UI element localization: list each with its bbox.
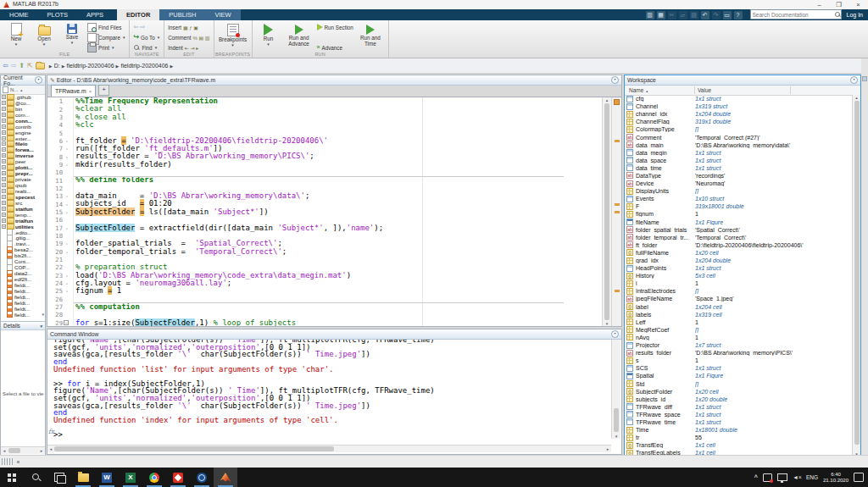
breadcrumb-item[interactable]: fieldtrip-20200406 [67,63,114,69]
list-item[interactable]: fieldt... [1,312,45,318]
table-row[interactable]: abDataType'recordings' [625,172,852,180]
table-row[interactable]: DisplayUnits[] [625,187,852,195]
expand-icon[interactable]: + [2,224,6,229]
tab-tfrwave[interactable]: TFRwave.m × [51,85,96,97]
details-header[interactable]: Details ▾ [1,321,45,330]
volume-muted-icon[interactable]: ◄× [793,474,801,481]
mlint-indicator-bar[interactable] [611,97,621,326]
keyboard-language[interactable]: ENG [806,474,818,480]
word-button[interactable]: W [95,468,119,487]
expand-icon[interactable]: + [2,141,6,146]
list-item[interactable]: .gitig... [1,235,45,241]
back-arrow-icon[interactable]: ⇦ [3,62,8,69]
indent-button[interactable]: Indent⇤ ⇥ ▸ [168,43,209,52]
expand-icon[interactable]: + [2,183,6,187]
expand-icon[interactable]: + [2,147,6,152]
network-icon[interactable] [777,473,787,481]
table-row[interactable]: {}SubjectFolder1x20 cell [625,388,852,396]
find-files-button[interactable]: Find Files [87,23,125,31]
table-row[interactable]: Projector1x7 struct [625,341,852,349]
list-item[interactable]: +specest [1,194,45,200]
expand-icon[interactable]: + [2,136,6,141]
table-row[interactable]: SCS1x1 struct [625,364,852,372]
table-row[interactable]: MegRefCoef[] [625,326,852,334]
browse-folder-icon[interactable]: ⇱ [27,62,33,69]
search-icon[interactable] [834,11,841,18]
filelist-scroll-down-icon[interactable]: ▾ [42,312,44,317]
undo-icon[interactable]: ↶ [701,11,709,19]
ribbon-tab-apps[interactable]: APPS [77,9,113,20]
insert-button[interactable]: Insert▦ ƒ ▣ [168,23,209,31]
fx-icon[interactable]: fx [48,428,54,435]
table-row[interactable]: HeadPoints1x1 struct [625,264,852,272]
table-row[interactable]: {}labels1x319 cell [625,311,852,318]
table-row[interactable]: abComment'Temporal_Correct (#27)' [625,133,852,141]
ribbon-tab-plots[interactable]: PLOTS [38,9,78,20]
red-app-button[interactable] [166,468,190,487]
expand-icon[interactable]: + [2,165,6,169]
file-explorer-button[interactable] [71,468,95,487]
table-row[interactable]: IntraElectrodes[] [625,287,852,295]
print-button[interactable]: Print▼ [87,43,125,52]
switch-window-icon[interactable]: ▭ [723,11,732,19]
list-item[interactable]: +utilities [1,224,45,230]
table-row[interactable]: {}fullFileName1x20 cell [625,249,852,257]
resize-grip-icon[interactable] [2,458,14,465]
expand-icon[interactable]: + [2,95,6,99]
expand-icon[interactable]: + [2,101,6,105]
workspace-menu-icon[interactable]: ▾ [850,76,858,84]
list-item[interactable]: +forwa... [1,147,45,152]
table-row[interactable]: tr55 [625,434,852,441]
table-row[interactable]: abDevice'Neuromag' [625,180,852,187]
list-item[interactable]: +contrib [1,124,45,130]
list-item[interactable]: +prepr... [1,170,45,176]
list-item[interactable]: data2... [1,270,45,276]
table-row[interactable]: abft_folder'D:\fieldtrip-20200406\fieldt… [625,241,852,249]
mlint-warning-mark[interactable] [615,211,620,213]
table-row[interactable]: abdata_main'D:\BS Abrar\working_memory\d… [625,141,852,149]
go-to-button[interactable]: ↪Go To▼ [133,33,160,42]
help-icon[interactable]: ? [734,11,743,19]
table-row[interactable]: F319x18001 double [625,202,852,210]
close-button[interactable]: × [849,0,868,9]
action-center-icon[interactable] [854,473,864,482]
expand-icon[interactable]: + [2,171,6,175]
list-item[interactable]: +trialfun [1,218,45,224]
dock-control-icon[interactable] [862,76,867,81]
list-item[interactable]: +engine [1,130,45,136]
breadcrumb-item[interactable]: fieldtrip-20200406 [120,63,168,69]
command-window-menu-icon[interactable]: ▾ [611,330,619,338]
list-item[interactable]: .edito... [1,230,45,235]
ribbon-tab-publish[interactable]: PUBLISH [159,9,205,20]
table-row[interactable]: grad_idx1x204 double [625,257,852,264]
table-row[interactable]: i1 [625,279,852,287]
expand-icon[interactable]: + [2,159,6,163]
expand-icon[interactable]: + [2,153,6,158]
run-and-advance-button[interactable]: Run and Advance [284,22,314,47]
table-row[interactable]: abresults_folder'D:\BS Abrar\working_mem… [625,349,852,357]
table-row[interactable]: TFRwave_diff1x1 struct [625,403,852,411]
folder-up-icon[interactable]: ⬆ [19,62,25,69]
list-item[interactable]: .travi... [1,241,45,246]
open-button[interactable]: Open▼ [31,22,57,47]
table-row[interactable]: s1 [625,357,852,364]
table-row[interactable]: data_time1x1 struct [625,164,852,172]
list-item[interactable]: +src [1,200,45,206]
list-item[interactable]: +fileio [1,141,45,147]
save-button[interactable]: Save▼ [59,22,85,45]
table-row[interactable]: ChannelFlag319x1 double [625,118,852,125]
table-row[interactable]: {}TransfEeg1x1 cell [625,441,852,449]
table-row[interactable]: Time1x18001 double [625,426,852,434]
mlint-warning-mark[interactable] [615,290,620,292]
table-row[interactable]: abfolder_temporal_tr...'Temporal_Correct… [625,234,852,241]
code-fold-icon[interactable]: – [64,320,69,325]
table-row[interactable]: subjects_id1x20 double [625,396,852,403]
list-item[interactable]: +.github [1,94,45,100]
editor-body[interactable]: 1 2 3 4 5 6-7-8-9-10 11 12 13-14-15-16 1… [47,97,621,326]
breakpoints-button[interactable]: Breakpoints▼ [218,22,248,47]
ribbon-tab-home[interactable]: HOME [0,9,38,20]
command-window-vscrollbar[interactable]: ▾ [611,340,620,439]
table-row[interactable]: data_megin1x1 struct [625,149,852,157]
expand-icon[interactable]: + [2,113,6,117]
ribbon-tab-view[interactable]: VIEW [205,9,240,20]
